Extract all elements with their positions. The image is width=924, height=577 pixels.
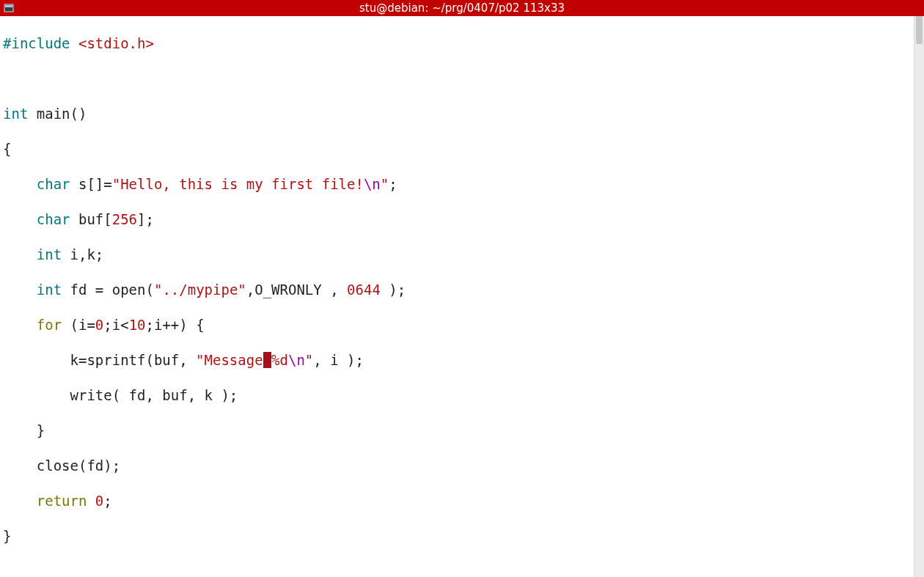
svg-rect-1 [5, 5, 12, 7]
system-icon [3, 2, 15, 14]
code-line: char s[]="Hello, this is my first file!\… [3, 175, 921, 193]
vertical-scrollbar[interactable] [914, 16, 924, 577]
code-line: int main() [3, 105, 921, 122]
editor-area[interactable]: #include <stdio.h> int main() { char s[]… [0, 16, 924, 577]
code-line [3, 70, 921, 87]
code-line: } [3, 527, 921, 545]
code-line: int i,k; [3, 246, 921, 263]
code-line: return 0; [3, 492, 921, 510]
text-cursor [263, 352, 271, 368]
terminal-window: stu@debian: ~/prg/0407/p02 113x33 #inclu… [0, 0, 924, 577]
code-line: int fd = open("../mypipe",O_WRONLY , 064… [3, 281, 921, 298]
code-line: { [3, 140, 921, 158]
titlebar-text: stu@debian: ~/prg/0407/p02 113x33 [359, 1, 565, 15]
code-line: #include <stdio.h> [3, 34, 921, 52]
titlebar[interactable]: stu@debian: ~/prg/0407/p02 113x33 [0, 0, 924, 16]
code-line: } [3, 422, 921, 439]
code-line: write( fd, buf, k ); [3, 386, 921, 404]
code-line: close(fd); [3, 457, 921, 474]
code-line: for (i=0;i<10;i++) { [3, 316, 921, 334]
code-line: char buf[256]; [3, 210, 921, 228]
code-line: k=sprintf(buf, "Message %d\n", i ); [3, 351, 921, 369]
code-line [3, 562, 921, 577]
scrollbar-thumb[interactable] [916, 16, 923, 44]
